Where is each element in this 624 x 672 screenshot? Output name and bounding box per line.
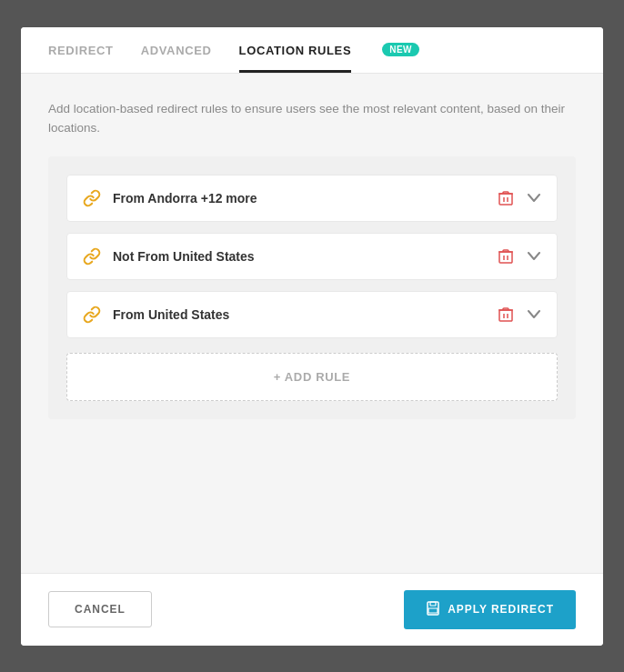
description-text: Add location-based redirect rules to ens… <box>48 99 576 138</box>
main-content: Add location-based redirect rules to ens… <box>21 74 603 573</box>
svg-rect-8 <box>499 310 512 321</box>
svg-rect-4 <box>499 252 512 263</box>
rule-label: From United States <box>113 307 486 322</box>
delete-rule-button[interactable] <box>497 188 515 208</box>
tab-redirect[interactable]: REDIRECT <box>48 27 114 73</box>
list-item: From Andorra +12 more <box>66 175 558 222</box>
rule-actions <box>497 246 542 266</box>
svg-rect-13 <box>430 602 436 606</box>
rule-actions <box>497 188 542 208</box>
tab-location-rules[interactable]: LOCATION RULES <box>239 27 352 73</box>
add-rule-button[interactable]: + ADD RULE <box>66 353 558 401</box>
svg-rect-0 <box>499 194 512 205</box>
rule-label: Not From United States <box>113 249 486 264</box>
expand-rule-button[interactable] <box>526 250 542 263</box>
save-icon <box>426 601 440 618</box>
expand-rule-button[interactable] <box>526 192 542 205</box>
tab-advanced[interactable]: ADVANCED <box>141 27 212 73</box>
modal-container: REDIRECT ADVANCED LOCATION RULES NEW Add… <box>21 27 603 646</box>
link-icon <box>82 246 102 266</box>
cancel-button[interactable]: CANCEL <box>48 591 152 627</box>
tabs-bar: REDIRECT ADVANCED LOCATION RULES NEW <box>21 27 603 74</box>
svg-rect-14 <box>428 608 438 613</box>
rule-label: From Andorra +12 more <box>113 191 486 206</box>
list-item: Not From United States <box>66 233 558 280</box>
rules-container: From Andorra +12 more <box>48 156 576 419</box>
new-badge: NEW <box>382 43 419 56</box>
link-icon <box>82 305 102 325</box>
footer: CANCEL APPLY REDIRECT <box>21 573 603 646</box>
delete-rule-button[interactable] <box>497 305 515 325</box>
link-icon <box>82 188 102 208</box>
list-item: From United States <box>66 291 558 338</box>
rule-actions <box>497 305 542 325</box>
expand-rule-button[interactable] <box>526 308 542 321</box>
apply-label: APPLY REDIRECT <box>448 603 554 616</box>
delete-rule-button[interactable] <box>497 246 515 266</box>
apply-redirect-button[interactable]: APPLY REDIRECT <box>404 590 576 629</box>
